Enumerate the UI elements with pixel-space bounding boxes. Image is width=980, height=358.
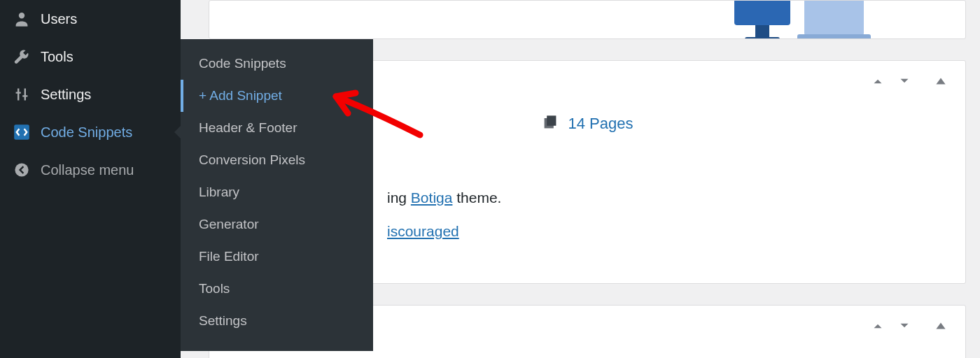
sidebar-item-settings[interactable]: Settings xyxy=(0,76,181,113)
svg-rect-4 xyxy=(745,37,780,39)
sidebar-label: Collapse menu xyxy=(41,162,134,178)
panel-controls xyxy=(870,318,948,336)
chevron-down-icon[interactable] xyxy=(897,73,912,92)
triangle-up-icon[interactable] xyxy=(933,73,948,92)
theme-link[interactable]: Botiga xyxy=(411,189,453,206)
theme-line: ing Botiga theme. xyxy=(387,189,951,206)
code-snippets-icon xyxy=(13,123,31,141)
panel-controls xyxy=(870,73,948,92)
panel-top xyxy=(209,0,966,39)
pages-count-block: 14 Pages xyxy=(542,114,634,134)
sidebar-item-tools[interactable]: Tools xyxy=(0,38,181,76)
flyout-item-settings[interactable]: Settings xyxy=(181,305,373,337)
sidebar-collapse-menu[interactable]: Collapse menu xyxy=(0,151,181,189)
flyout-item-code-snippets[interactable]: Code Snippets xyxy=(181,48,373,80)
sidebar-item-code-snippets[interactable]: Code Snippets xyxy=(0,113,181,151)
discouraged-line: iscouraged xyxy=(387,223,951,240)
illustration xyxy=(727,0,881,39)
chevron-down-icon[interactable] xyxy=(897,318,912,336)
flyout-item-library[interactable]: Library xyxy=(181,176,373,208)
sliders-icon xyxy=(13,85,31,103)
wrench-icon xyxy=(13,48,31,66)
sidebar-label: Users xyxy=(41,11,77,27)
svg-rect-2 xyxy=(734,0,790,25)
admin-sidebar: Users Tools Settings Code Snippets Colla… xyxy=(0,0,181,358)
theme-suffix: theme. xyxy=(452,189,501,206)
flyout-item-header-footer[interactable]: Header & Footer xyxy=(181,112,373,144)
code-snippets-flyout: Code Snippets + Add Snippet Header & Foo… xyxy=(181,39,373,351)
pages-count-text[interactable]: 14 Pages xyxy=(568,115,634,133)
triangle-up-icon[interactable] xyxy=(933,318,948,336)
sidebar-label: Tools xyxy=(41,49,74,65)
chevron-up-icon[interactable] xyxy=(870,73,886,92)
sidebar-item-users[interactable]: Users xyxy=(0,0,181,38)
svg-rect-8 xyxy=(547,115,556,125)
sidebar-label: Settings xyxy=(41,87,91,103)
discouraged-link[interactable]: iscouraged xyxy=(387,223,459,239)
flyout-item-conversion-pixels[interactable]: Conversion Pixels xyxy=(181,144,373,176)
sidebar-label: Code Snippets xyxy=(41,124,132,141)
flyout-item-tools[interactable]: Tools xyxy=(181,273,373,305)
users-icon xyxy=(13,10,31,28)
theme-prefix: ing xyxy=(387,189,411,206)
flyout-item-file-editor[interactable]: File Editor xyxy=(181,241,373,273)
flyout-item-generator[interactable]: Generator xyxy=(181,208,373,241)
pages-stack-icon xyxy=(542,114,559,134)
svg-rect-6 xyxy=(797,34,871,39)
chevron-up-icon[interactable] xyxy=(870,318,886,336)
flyout-item-add-snippet[interactable]: + Add Snippet xyxy=(181,80,373,112)
svg-rect-5 xyxy=(804,0,864,36)
svg-rect-3 xyxy=(755,25,769,38)
svg-point-1 xyxy=(15,163,28,176)
collapse-icon xyxy=(13,161,31,179)
